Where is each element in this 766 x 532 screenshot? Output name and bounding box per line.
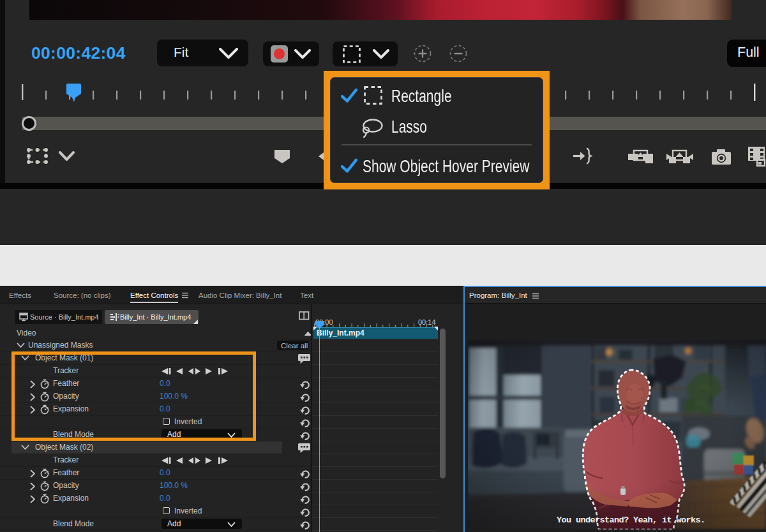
svg-text:You understand? Yeah, it works: You understand? Yeah, it works. <box>557 515 705 525</box>
